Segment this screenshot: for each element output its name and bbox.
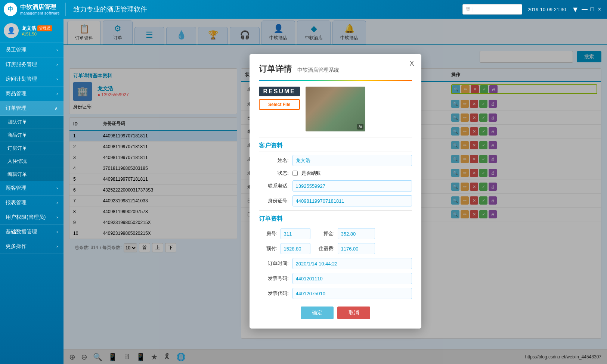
modal-title: 订单详情 xyxy=(259,63,292,75)
resume-image: Ai xyxy=(306,87,365,131)
title-search-input[interactable] xyxy=(462,4,522,15)
logo-subtitle: management software xyxy=(20,11,60,15)
user-info: 龙文浩 管理员 ¥151.50 xyxy=(22,25,52,36)
invoice-no-label: 发票号码: xyxy=(259,275,289,282)
logo-icon: 中 xyxy=(4,3,17,16)
deposit-input[interactable] xyxy=(338,228,375,239)
chevron-icon: › xyxy=(56,200,58,205)
phone-input[interactable] xyxy=(292,180,412,192)
form-row-invoice-no: 发票号码: xyxy=(259,273,412,284)
avatar: 👤 xyxy=(4,23,19,38)
user-balance: ¥151.50 xyxy=(22,32,52,36)
modal-divider xyxy=(259,80,412,81)
sidebar-item-room-service[interactable]: 订房服务管理 › xyxy=(0,57,64,72)
customer-section-title: 客户资料 xyxy=(259,142,412,152)
invoice-no-input[interactable] xyxy=(292,273,412,284)
resume-left: RESUME Select File xyxy=(259,87,300,131)
stay-fee-label: 住宿费: xyxy=(316,245,335,252)
order-detail-modal: X 订单详情 中软酒店管理系统 RESUME Select File Ai 客户… xyxy=(250,54,421,329)
phone-label: 联系电话: xyxy=(259,183,289,189)
form-row-name: 姓名: xyxy=(259,155,412,166)
logo: 中 中软酒店管理 management software xyxy=(4,3,66,16)
sidebar: 👤 龙文浩 管理员 ¥151.50 员工管理 › 订房服务管理 › 房间计划管理… xyxy=(0,19,64,364)
invoice-code-input[interactable] xyxy=(292,288,412,299)
deposit-group: 押金: xyxy=(316,228,375,239)
idcard-input[interactable] xyxy=(292,195,412,206)
sidebar-item-goods[interactable]: 商品管理 › xyxy=(0,87,64,101)
sidebar-subitem-edit-order[interactable]: 编辑订单 xyxy=(0,168,64,181)
chevron-icon: › xyxy=(56,229,58,234)
sidebar-user: 👤 龙文浩 管理员 ¥151.50 xyxy=(0,19,64,43)
modal-cancel-btn[interactable]: 取消 xyxy=(337,307,370,319)
sidebar-item-users[interactable]: 用户权限(管理员) › xyxy=(0,210,64,225)
maximize-btn[interactable]: □ xyxy=(588,6,596,13)
modal-overlay: X 订单详情 中软酒店管理系统 RESUME Select File Ai 客户… xyxy=(64,19,607,364)
title-bar: 中 中软酒店管理 management software 致力专业的酒店管理软件… xyxy=(0,0,607,19)
form-row-phone: 联系电话: xyxy=(259,180,412,192)
chevron-icon: › xyxy=(56,91,58,96)
customer-divider xyxy=(259,137,412,137)
sidebar-subitem-team-order[interactable]: 团队订单 xyxy=(0,116,64,129)
chevron-icon: › xyxy=(56,62,58,67)
sidebar-item-basic-data[interactable]: 基础数据管理 › xyxy=(0,225,64,239)
chevron-icon: › xyxy=(56,47,58,53)
modal-confirm-btn[interactable]: 确定 xyxy=(301,307,334,319)
order-section-title: 订单资料 xyxy=(259,215,412,225)
time-label: 订单时间: xyxy=(259,260,289,267)
chevron-icon: › xyxy=(56,186,58,191)
sidebar-item-more[interactable]: 更多操作 › xyxy=(0,239,64,254)
hotel-image: Ai xyxy=(306,87,365,131)
room-label: 房号: xyxy=(259,230,278,237)
status-label: 状态: xyxy=(259,170,289,177)
form-row-prepay-stay: 预付: 住宿费: xyxy=(259,243,412,254)
select-file-btn[interactable]: Select File xyxy=(259,99,300,110)
close-btn[interactable]: × xyxy=(596,6,603,13)
stay-fee-group: 住宿费: xyxy=(316,243,375,254)
invoice-code-label: 发票代码: xyxy=(259,290,289,297)
title-search-area xyxy=(462,4,522,15)
chevron-icon: › xyxy=(56,244,58,249)
stay-fee-input[interactable] xyxy=(338,243,375,254)
user-role-badge: 管理员 xyxy=(37,25,52,31)
modal-header: 订单详情 中软酒店管理系统 xyxy=(259,63,412,77)
user-name: 龙文浩 xyxy=(22,25,36,32)
resume-section: RESUME Select File Ai xyxy=(259,87,412,131)
order-divider xyxy=(259,210,412,211)
deposit-label: 押金: xyxy=(316,230,335,237)
room-group: 房号: xyxy=(259,228,310,239)
chevron-icon: ∧ xyxy=(55,106,58,111)
sidebar-subitem-room-order[interactable]: 订房订单 xyxy=(0,142,64,155)
sidebar-item-customer[interactable]: 顾客管理 › xyxy=(0,181,64,196)
prepay-label: 预付: xyxy=(259,245,278,252)
sidebar-item-orders[interactable]: 订单管理 ∧ xyxy=(0,101,64,116)
name-input[interactable] xyxy=(292,155,412,166)
idcard-label: 身份证号: xyxy=(259,197,289,204)
prepay-group: 预付: xyxy=(259,243,310,254)
form-row-invoice-code: 发票代码: xyxy=(259,288,412,299)
status-checkbox[interactable] xyxy=(292,171,298,176)
modal-footer: 确定 取消 xyxy=(259,307,412,319)
form-row-time: 订单时间: xyxy=(259,258,412,269)
form-row-idcard: 身份证号: xyxy=(259,195,412,206)
sidebar-item-room-plan[interactable]: 房间计划管理 › xyxy=(0,72,64,87)
room-input[interactable] xyxy=(281,228,310,239)
resume-badge: RESUME xyxy=(259,87,300,96)
prepay-input[interactable] xyxy=(281,243,310,254)
name-label: 姓名: xyxy=(259,157,289,164)
modal-close-btn[interactable]: X xyxy=(406,58,418,69)
dropdown-btn[interactable]: ▼ xyxy=(572,5,579,14)
sidebar-item-employee[interactable]: 员工管理 › xyxy=(0,43,64,57)
image-watermark: Ai xyxy=(357,124,363,130)
modal-system-label: 中软酒店管理系统 xyxy=(297,67,339,74)
sidebar-subitem-checkin[interactable]: 入住情况 xyxy=(0,155,64,168)
chevron-icon: › xyxy=(56,215,58,220)
chevron-icon: › xyxy=(56,77,58,82)
time-input[interactable] xyxy=(292,258,412,269)
logo-title: 中软酒店管理 xyxy=(20,3,60,11)
form-row-room-deposit: 房号: 押金: xyxy=(259,228,412,239)
datetime: 2019-10-09 21:30 xyxy=(528,7,566,12)
minimize-btn[interactable]: — xyxy=(581,6,588,13)
status-value: 是否结账 xyxy=(301,170,321,177)
sidebar-item-report[interactable]: 报表管理 › xyxy=(0,196,64,210)
sidebar-subitem-goods-order[interactable]: 商品订单 xyxy=(0,129,64,142)
